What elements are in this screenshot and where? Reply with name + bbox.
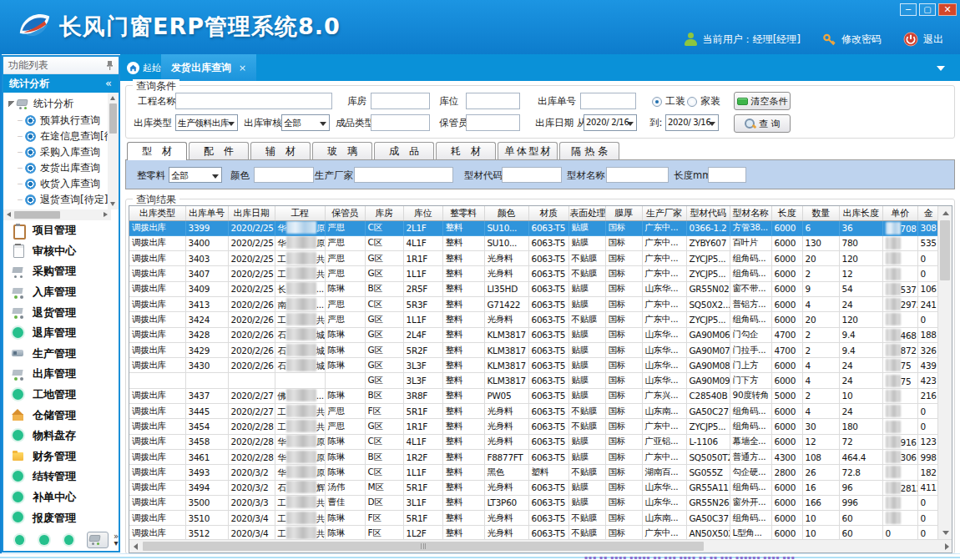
- sidebar-item-6[interactable]: 退库管理: [3, 323, 119, 344]
- table-cell[interactable]: 调拨出库: [129, 480, 185, 495]
- column-header[interactable]: 保管员: [325, 206, 365, 220]
- sidebar-item-11[interactable]: 物料盘存: [3, 426, 119, 446]
- table-cell[interactable]: 0: [917, 419, 939, 434]
- table-cell[interactable]: 90度转角: [730, 388, 771, 403]
- table-cell[interactable]: 石城: [275, 327, 325, 342]
- table-cell[interactable]: 不贴膜: [568, 404, 605, 419]
- table-cell[interactable]: 3493: [185, 465, 228, 480]
- table-cell[interactable]: 916: [882, 434, 917, 449]
- table-cell[interactable]: 308: [917, 220, 939, 235]
- tree-item-2[interactable]: ┄在途信息查询[待: [15, 129, 114, 144]
- table-cell[interactable]: 2812: [882, 480, 917, 495]
- table-cell[interactable]: 5R1F: [403, 404, 442, 419]
- table-cell[interactable]: 调拨出库: [129, 327, 185, 342]
- table-cell[interactable]: 5R3F: [403, 296, 442, 311]
- table-row[interactable]: 调拨出库34092020/2/25长...陈琳B区2R5F整料LI35HD606…: [129, 281, 939, 296]
- tree-horizontal-scrollbar[interactable]: [3, 209, 111, 220]
- table-cell[interactable]: 广东中...: [642, 449, 686, 464]
- table-cell[interactable]: C区: [365, 434, 403, 449]
- table-cell[interactable]: 国标: [605, 495, 642, 510]
- table-cell[interactable]: [228, 373, 275, 388]
- table-cell[interactable]: 贴膜: [568, 220, 605, 235]
- table-cell[interactable]: 广亚铝...: [642, 434, 686, 449]
- table-row[interactable]: 调拨出库34032020/2/25工共工程严思G区1R1F整料光身料6063-T…: [129, 251, 939, 266]
- table-cell[interactable]: 3413: [185, 296, 228, 311]
- table-cell[interactable]: 光身料: [484, 511, 528, 526]
- table-cell[interactable]: 4: [802, 373, 839, 388]
- table-cell[interactable]: 4300: [771, 449, 802, 464]
- quick-icon-1[interactable]: [15, 535, 24, 545]
- material-tab-4[interactable]: 玻 璃: [312, 142, 372, 159]
- table-cell[interactable]: 2020/2/27: [228, 388, 275, 403]
- table-cell[interactable]: G区: [365, 251, 403, 266]
- table-cell[interactable]: 汤伟: [325, 480, 365, 495]
- table-cell[interactable]: 4: [802, 404, 839, 419]
- table-cell[interactable]: 山东华...: [642, 373, 686, 388]
- table-cell[interactable]: 山东华...: [642, 327, 686, 342]
- table-cell[interactable]: 6063-T5: [528, 388, 568, 403]
- table-cell[interactable]: 9: [802, 281, 839, 296]
- table-cell[interactable]: 华原...: [275, 434, 325, 449]
- table-cell[interactable]: 调拨出库: [129, 449, 185, 464]
- column-header[interactable]: 出库单号: [185, 206, 228, 220]
- table-cell[interactable]: 0366-1.2: [686, 220, 730, 235]
- table-cell[interactable]: 3424: [185, 312, 228, 327]
- table-cell[interactable]: 6063-T5: [528, 251, 568, 266]
- table-cell[interactable]: 0: [917, 511, 939, 526]
- table-cell[interactable]: [882, 235, 917, 250]
- material-tab-7[interactable]: 单 体 型 材: [498, 142, 558, 159]
- table-cell[interactable]: 贴膜: [568, 449, 605, 464]
- table-cell[interactable]: 整料: [442, 511, 484, 526]
- quick-icon-3[interactable]: [64, 535, 73, 545]
- tree-expander-icon[interactable]: [8, 101, 14, 107]
- table-cell[interactable]: [882, 419, 917, 434]
- quick-cart-button[interactable]: [87, 532, 109, 548]
- table-cell[interactable]: 严思: [325, 419, 365, 434]
- tree-vertical-scrollbar[interactable]: [108, 93, 119, 209]
- table-cell[interactable]: G71422: [484, 296, 528, 311]
- table-cell[interactable]: 贴膜: [568, 342, 605, 357]
- column-header[interactable]: 颜色: [484, 206, 528, 220]
- tree-item-3[interactable]: ┄采购入库查询: [15, 144, 100, 160]
- table-cell[interactable]: 长...: [275, 281, 325, 296]
- material-tab-3[interactable]: 辅 材: [250, 142, 311, 159]
- radio-gongzhuang[interactable]: 工装: [652, 94, 685, 108]
- more-button[interactable]: »▾: [114, 533, 119, 547]
- column-header[interactable]: 库房: [365, 206, 403, 220]
- table-cell[interactable]: 光身料: [484, 251, 528, 266]
- column-header[interactable]: 长度: [771, 206, 802, 220]
- table-cell[interactable]: PW05: [484, 388, 528, 403]
- table-cell[interactable]: 464.4: [839, 449, 882, 464]
- table-cell[interactable]: C区: [365, 235, 403, 250]
- table-cell[interactable]: 组角码...: [730, 251, 771, 266]
- column-header[interactable]: 整零料: [442, 206, 484, 220]
- table-cell[interactable]: 广东中...: [642, 419, 686, 434]
- table-cell[interactable]: 30: [802, 419, 839, 434]
- change-password-link[interactable]: 修改密码: [841, 33, 882, 47]
- table-cell[interactable]: 3510: [185, 511, 228, 526]
- table-cell[interactable]: 6063-T5: [528, 327, 568, 342]
- project-name-input[interactable]: [175, 93, 332, 109]
- table-cell[interactable]: F区: [365, 511, 403, 526]
- table-cell[interactable]: 6063-T5: [528, 296, 568, 311]
- sidebar-item-9[interactable]: 工地管理: [3, 385, 119, 406]
- table-cell[interactable]: 门上方: [730, 358, 771, 373]
- table-cell[interactable]: 3461: [185, 449, 228, 464]
- material-tab-8[interactable]: 隔 热 条: [559, 142, 619, 159]
- sidebar-item-7[interactable]: 生产管理: [3, 344, 119, 365]
- keeper-input[interactable]: [466, 114, 520, 131]
- table-cell[interactable]: 国标: [605, 434, 642, 449]
- table-cell[interactable]: 3430: [185, 358, 228, 373]
- product-type-input[interactable]: [371, 114, 430, 131]
- table-cell[interactable]: 整料: [442, 235, 484, 250]
- table-cell[interactable]: 3399: [185, 220, 228, 235]
- table-cell[interactable]: 调拨出库: [129, 342, 185, 357]
- table-row[interactable]: 调拨出库35102020/3/4工共工程陈琳F区5R1F整料光身料6063-T5…: [129, 511, 939, 526]
- table-cell[interactable]: 6000: [771, 266, 802, 281]
- column-header[interactable]: 库位: [403, 206, 442, 220]
- table-cell[interactable]: 3407: [185, 266, 228, 281]
- sidebar-item-2[interactable]: 审核中心: [3, 241, 119, 262]
- table-cell[interactable]: 光身料: [484, 419, 528, 434]
- table-cell[interactable]: 组角码...: [730, 480, 771, 495]
- table-cell[interactable]: 3L1F: [403, 495, 442, 510]
